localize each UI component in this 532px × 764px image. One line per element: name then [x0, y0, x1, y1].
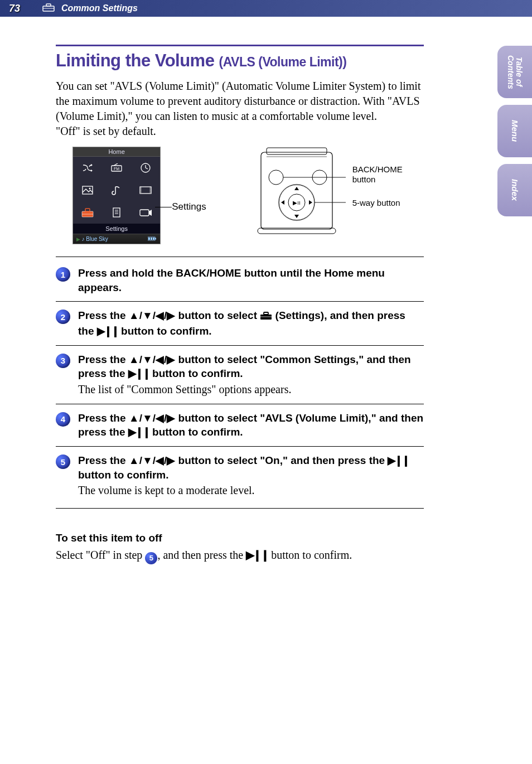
subsection-text: Select "Off" in step 5, and then press t… — [56, 548, 424, 564]
svg-marker-46 — [281, 200, 284, 205]
toolbox-icon — [260, 310, 272, 324]
svg-rect-1 — [46, 4, 51, 6]
svg-rect-51 — [260, 315, 272, 320]
step-ref-bullet: 5 — [145, 552, 157, 564]
heading-rule — [56, 45, 424, 46]
page-title: Limiting the Volume (AVLS (Volume Limit)… — [56, 51, 424, 71]
svg-point-18 — [150, 187, 151, 188]
settings-pointer: Settings — [172, 201, 206, 212]
toolbox-icon — [42, 3, 55, 14]
page-content: Limiting the Volume (AVLS (Volume Limit)… — [0, 17, 463, 576]
svg-point-19 — [150, 189, 151, 190]
svg-point-39 — [269, 170, 283, 185]
music-icon — [102, 179, 131, 201]
playlist-icon — [102, 201, 131, 224]
svg-rect-29 — [140, 210, 149, 216]
tab-table-of-contents[interactable]: Table of Contents — [497, 46, 532, 98]
subsection: To set this item to off Select "Off" in … — [56, 532, 424, 564]
step-bullet: 2 — [56, 310, 70, 324]
svg-text:FM: FM — [114, 167, 119, 171]
svg-rect-9 — [83, 186, 93, 194]
intro-text: You can set "AVLS (Volume Limit)" (Autom… — [56, 79, 424, 139]
pointer-label: Settings — [172, 201, 206, 212]
clock-icon — [131, 157, 160, 179]
step-action: Press and hold the BACK/HOME button unti… — [78, 266, 424, 294]
pointer-line — [155, 207, 172, 207]
label-five-way: 5-way button — [352, 198, 424, 208]
shuffle-icon — [73, 157, 102, 179]
tab-index[interactable]: Index — [497, 164, 532, 216]
photo-icon — [73, 179, 102, 201]
subsection-heading: To set this item to off — [56, 532, 424, 544]
svg-text:▶ıı: ▶ıı — [293, 200, 301, 206]
now-playing-text: ▶ ♪ Blue Sky — [76, 236, 108, 242]
illustration-row: Home FM Settings ▶ ♪ Blue Sky — [72, 147, 424, 244]
svg-rect-23 — [85, 209, 90, 211]
svg-marker-44 — [294, 187, 299, 190]
svg-point-14 — [141, 187, 141, 188]
step-2: 2 Press the ▲/▼/◀/▶ button to select (Se… — [56, 302, 424, 345]
label-back-home: BACK/HOME button — [352, 165, 424, 185]
device-svg: ▶ıı — [251, 147, 346, 236]
step-bullet: 5 — [56, 454, 70, 469]
svg-marker-45 — [294, 215, 299, 218]
svg-rect-31 — [155, 238, 156, 240]
radio-icon: FM — [102, 157, 131, 179]
step-note: The list of "Common Settings" options ap… — [78, 382, 424, 397]
intro-line: "Off" is set by default. — [56, 124, 424, 139]
screen-mock-label: Settings — [73, 224, 160, 234]
step-action: Press the ▲/▼/◀/▶ button to select "On,"… — [78, 453, 424, 482]
step-4: 4 Press the ▲/▼/◀/▶ button to select "AV… — [56, 404, 424, 447]
screen-mock-title: Home — [73, 147, 160, 157]
step-3: 3 Press the ▲/▼/◀/▶ button to select "Co… — [56, 346, 424, 404]
svg-point-10 — [89, 188, 91, 190]
video-icon — [131, 179, 160, 201]
step-action: Press the ▲/▼/◀/▶ button to select (Sett… — [78, 308, 424, 338]
now-playing-icon — [131, 201, 160, 224]
svg-line-8 — [146, 168, 148, 169]
screen-mock: Home FM Settings ▶ ♪ Blue Sky — [72, 147, 161, 244]
device-illustration: ▶ıı BACK/HOME button 5-way button — [251, 147, 424, 236]
title-sub: (AVLS (Volume Limit)) — [219, 55, 347, 69]
step-bullet: 3 — [56, 354, 70, 368]
step-5: 5 Press the ▲/▼/◀/▶ button to select "On… — [56, 447, 424, 509]
step-bullet: 1 — [56, 267, 70, 282]
svg-rect-37 — [267, 148, 327, 154]
svg-rect-32 — [148, 238, 150, 240]
page-header: 73 Common Settings — [0, 0, 532, 17]
svg-point-15 — [141, 189, 141, 190]
step-1: 1 Press and hold the BACK/HOME button un… — [56, 257, 424, 302]
tab-menu[interactable]: Menu — [497, 105, 532, 157]
battery-icon — [148, 236, 157, 242]
svg-point-21 — [150, 192, 151, 193]
step-bullet: 4 — [56, 412, 70, 427]
settings-toolbox-icon — [73, 201, 102, 224]
svg-marker-47 — [309, 200, 312, 205]
title-main: Limiting the Volume — [56, 51, 214, 70]
header-section: Common Settings — [61, 3, 138, 13]
side-tabs: Table of Contents Menu Index — [497, 46, 532, 216]
svg-point-16 — [141, 191, 141, 191]
svg-point-17 — [141, 192, 141, 193]
svg-rect-25 — [113, 208, 120, 217]
page-number: 73 — [9, 3, 20, 14]
device-labels: BACK/HOME button 5-way button — [352, 147, 424, 221]
svg-point-20 — [150, 191, 151, 191]
step-action: Press the ▲/▼/◀/▶ button to select "AVLS… — [78, 411, 424, 439]
screen-mock-now-playing: ▶ ♪ Blue Sky — [73, 234, 160, 244]
svg-rect-52 — [264, 312, 268, 315]
svg-rect-34 — [153, 238, 154, 240]
intro-line: You can set "AVLS (Volume Limit)" (Autom… — [56, 79, 424, 124]
svg-rect-33 — [151, 238, 152, 240]
step-action: Press the ▲/▼/◀/▶ button to select "Comm… — [78, 352, 424, 381]
step-note: The volume is kept to a moderate level. — [78, 483, 424, 498]
steps-list: 1 Press and hold the BACK/HOME button un… — [56, 257, 424, 509]
screen-mock-grid: FM — [73, 157, 160, 224]
